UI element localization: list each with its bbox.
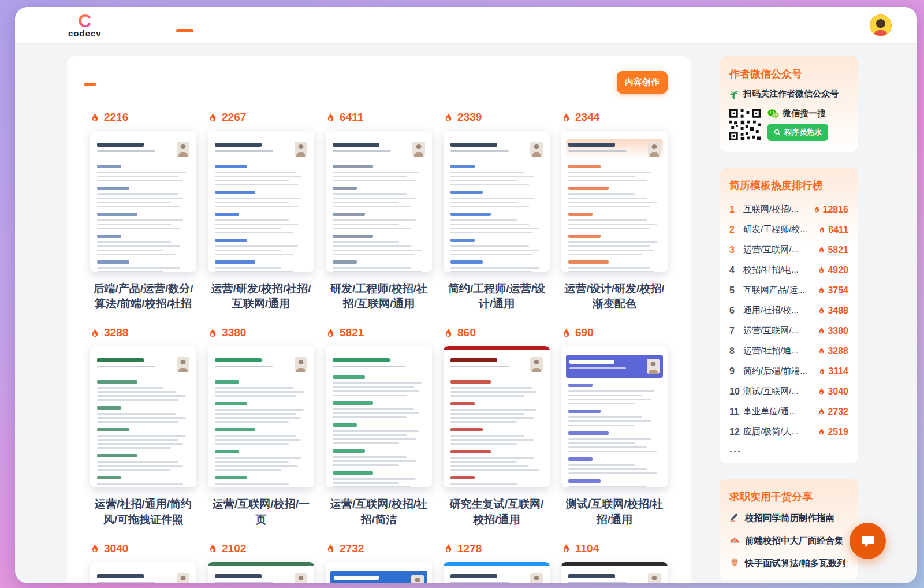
rank-count: 3288 <box>828 346 848 356</box>
chat-bubble-icon <box>859 533 877 549</box>
ranking-item[interactable]: 10 测试/互联网/... 3040 <box>729 381 848 401</box>
rank-label: 运营/社招/通... <box>743 345 818 356</box>
flame-icon <box>90 113 100 122</box>
search-icon <box>774 129 781 136</box>
category-tabs: 内容创作 <box>90 71 668 94</box>
rank-number: 10 <box>729 386 743 397</box>
ranking-item[interactable]: 4 校招/社招/电... 4920 <box>729 260 848 280</box>
wechat-account-button[interactable]: 程序员热水 <box>767 124 828 141</box>
template-card[interactable]: 2732 <box>326 542 432 583</box>
resume-thumbnail[interactable] <box>90 346 196 487</box>
resume-thumbnail[interactable] <box>561 131 668 272</box>
resume-thumbnail[interactable] <box>326 131 432 272</box>
template-card[interactable]: 860 研究生复试/互联网/校招/通用 <box>444 326 550 527</box>
flame-icon <box>561 328 571 338</box>
resume-thumbnail[interactable] <box>90 131 196 272</box>
template-card[interactable]: 1278 <box>444 542 550 583</box>
avatar-head <box>876 19 885 28</box>
flame-icon <box>208 544 218 553</box>
qr-code <box>729 109 761 140</box>
heat-count: 3380 <box>222 326 246 339</box>
template-title[interactable]: 研发/工程师/校招/社招/互联网/通用 <box>326 281 432 311</box>
job-tip-item[interactable]: 校招同学简历制作指南 <box>729 512 848 524</box>
flame-icon <box>818 367 826 375</box>
template-card[interactable]: 1104 <box>561 542 668 583</box>
rank-heat: 3754 <box>818 285 848 296</box>
ranking-item[interactable]: 3 运营/互联网/... 5821 <box>729 240 848 260</box>
user-avatar[interactable] <box>870 14 892 36</box>
chat-fab-button[interactable] <box>850 523 886 559</box>
rank-heat: 3288 <box>818 346 848 356</box>
heat-count-row: 2344 <box>561 111 668 124</box>
template-title[interactable]: 后端/产品/运营/数分/算法/前端/校招/社招 <box>90 281 196 311</box>
ranking-title: 简历模板热度排行榜 <box>729 178 848 192</box>
resume-thumbnail[interactable] <box>326 346 432 487</box>
ranking-item[interactable]: 12 应届/极简/大... 2519 <box>729 422 848 442</box>
resume-thumbnail[interactable] <box>208 346 314 487</box>
template-title[interactable]: 运营/社招/通用/简约风/可拖拽证件照 <box>90 497 196 527</box>
heat-count: 1278 <box>457 542 482 555</box>
template-card[interactable]: 2267 运营/研发/校招/社招/互联网/通用 <box>208 111 314 311</box>
rank-label: 互联网产品/运... <box>743 285 818 296</box>
resume-thumbnail[interactable] <box>208 562 314 583</box>
job-tip-item[interactable]: 快手面试算法/帕多瓦数列 <box>729 557 848 570</box>
resume-thumbnail[interactable] <box>444 346 550 487</box>
job-tips-list: 校招同学简历制作指南 前端校招中大厂面经合集 快手面试算法/帕多瓦数列 <box>729 512 848 570</box>
resume-thumbnail[interactable] <box>444 562 550 583</box>
template-title[interactable]: 简约/工程师/运营/设计/通用 <box>444 281 550 311</box>
ranking-item[interactable]: 2 研发/工程师/校... 6411 <box>729 219 848 240</box>
template-title[interactable]: 运营/研发/校招/社招/互联网/通用 <box>208 281 314 311</box>
rank-count: 5821 <box>828 245 848 255</box>
template-card[interactable]: 2216 后端/产品/运营/数分/算法/前端/校招/社招 <box>90 111 196 311</box>
job-tip-item[interactable]: 前端校招中大厂面经合集 <box>729 534 848 547</box>
flame-icon <box>818 286 825 294</box>
resume-thumbnail[interactable] <box>561 562 668 583</box>
thumb-header <box>213 139 310 159</box>
thumb-avatar <box>530 357 543 372</box>
template-title[interactable]: 运营/互联网/校招/社招/简洁 <box>326 497 432 527</box>
rank-number: 6 <box>729 306 743 316</box>
heat-count: 3040 <box>104 542 128 555</box>
resume-thumbnail[interactable] <box>444 131 550 272</box>
ranking-item[interactable]: 7 运营/互联网/... 3380 <box>729 321 848 341</box>
job-tips-title: 求职实用干货分享 <box>729 490 848 504</box>
template-card[interactable]: 3288 运营/社招/通用/简约风/可拖拽证件照 <box>90 326 196 527</box>
heat-count-row: 1104 <box>561 542 668 555</box>
template-card[interactable]: 6411 研发/工程师/校招/社招/互联网/通用 <box>326 111 432 311</box>
rank-count: 12816 <box>823 204 849 215</box>
template-card[interactable]: 2344 运营/设计/研发/校招/渐变配色 <box>561 111 668 311</box>
resume-thumbnail[interactable] <box>90 562 196 583</box>
content-create-button[interactable]: 内容创作 <box>617 71 668 94</box>
thumb-avatar <box>412 142 425 157</box>
template-card[interactable]: 3040 <box>90 542 196 583</box>
resume-thumbnail[interactable] <box>208 131 314 272</box>
rank-heat: 2732 <box>818 407 848 417</box>
rainbow-icon <box>729 534 740 547</box>
template-card[interactable]: 690 测试/互联网/校招/社招/通用 <box>561 326 668 527</box>
ranking-item[interactable]: 9 简约/后端/前端... 3114 <box>729 361 848 381</box>
heat-count: 2102 <box>222 542 246 555</box>
logo[interactable]: C codecv <box>68 12 102 38</box>
template-title[interactable]: 研究生复试/互联网/校招/通用 <box>444 497 550 527</box>
rank-number: 7 <box>729 326 743 336</box>
template-title[interactable]: 测试/互联网/校招/社招/通用 <box>561 497 668 527</box>
template-card[interactable]: 5821 运营/互联网/校招/社招/简洁 <box>326 326 432 527</box>
rank-count: 6411 <box>828 225 848 235</box>
thumb-topbar <box>444 346 550 350</box>
thumb-avatar <box>177 573 189 583</box>
ranking-item[interactable]: 5 互联网产品/运... 3754 <box>729 280 848 300</box>
template-card[interactable]: 3380 运营/互联网/校招/一页 <box>208 326 314 527</box>
resume-thumbnail[interactable] <box>561 346 668 487</box>
ranking-item[interactable]: 6 通用/社招/校... 3488 <box>729 300 848 321</box>
template-title[interactable]: 运营/设计/研发/校招/渐变配色 <box>561 281 668 311</box>
template-card[interactable]: 2339 简约/工程师/运营/设计/通用 <box>444 111 550 311</box>
ranking-item[interactable]: 11 事业单位/通... 2732 <box>729 401 848 422</box>
template-title[interactable]: 运营/互联网/校招/一页 <box>208 497 314 527</box>
ranking-item[interactable]: 8 运营/社招/通... 3288 <box>729 341 848 361</box>
resume-thumbnail[interactable] <box>326 562 432 583</box>
wechat-account-label: 程序员热水 <box>784 127 822 137</box>
heat-count-row: 690 <box>561 326 668 339</box>
ranking-item[interactable]: 1 互联网/校招/... 12816 <box>729 199 848 219</box>
template-card[interactable]: 2102 <box>208 542 314 583</box>
ranking-more[interactable]: ... <box>729 443 848 455</box>
